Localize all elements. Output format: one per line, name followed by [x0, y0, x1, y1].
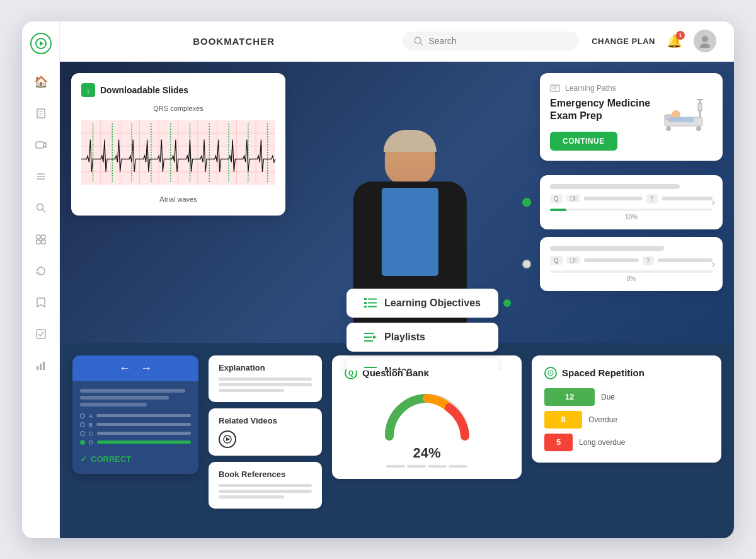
play-icon: [219, 430, 236, 448]
quiz-prev-button[interactable]: ←: [119, 362, 130, 375]
pl-icon: [364, 332, 377, 342]
pc2-progress-track: [550, 270, 713, 273]
overdue-bar: 8: [544, 411, 582, 429]
svg-rect-65: [364, 298, 367, 300]
learning-paths-icon: [550, 83, 560, 93]
change-plan-button[interactable]: CHANGE PLAN: [592, 37, 655, 46]
lp-header: Learning Paths: [550, 83, 713, 93]
sidebar-item-grid[interactable]: [32, 231, 50, 248]
checkmark-icon: ✓: [80, 454, 87, 464]
option-a-line: [96, 414, 191, 417]
sidebar-item-list[interactable]: [32, 168, 50, 185]
quiz-card: ← → A: [72, 355, 198, 474]
related-videos-card[interactable]: Related Videos: [209, 408, 322, 456]
gl3: [428, 465, 447, 468]
svg-rect-61: [570, 196, 574, 201]
pc2-icon-row: Q ?: [550, 256, 713, 265]
app-logo[interactable]: [30, 33, 52, 54]
teacher-hair: [384, 130, 437, 152]
svg-point-11: [37, 204, 43, 210]
pc2-video-icon: [566, 256, 580, 264]
ecg-chart: QRS complexes: [81, 105, 275, 205]
learning-paths-card: Learning Paths Emergency Medicine Exam P…: [540, 73, 723, 161]
sidebar-item-home[interactable]: 🏠: [32, 73, 50, 91]
explanation-card[interactable]: Explanation: [209, 355, 322, 402]
pc2-q2: ?: [643, 256, 654, 265]
quiz-options: A B C: [80, 413, 191, 446]
option-c-line: [97, 432, 192, 435]
pc1-video-icon: [566, 195, 580, 202]
book-references-lines: [219, 484, 312, 498]
continue-button[interactable]: CONTINUE: [550, 132, 617, 151]
quiz-option-b: B: [80, 422, 191, 428]
floating-menu-notes[interactable]: Notes: [346, 357, 498, 371]
due-bar: 12: [544, 388, 595, 406]
teacher-shirt: [382, 188, 438, 276]
sidebar-item-search[interactable]: [32, 199, 50, 217]
svg-rect-67: [364, 302, 367, 304]
slides-icon: ↓: [81, 83, 95, 97]
explanation-lines: [219, 377, 312, 392]
related-videos-content: [219, 430, 312, 448]
search-input[interactable]: [428, 36, 554, 46]
sidebar-item-check[interactable]: [32, 325, 50, 343]
ecg-label-atrial: Atrial waves: [81, 195, 275, 203]
spaced-repetition-card: Spaced Repetition 12 Due 8: [532, 355, 721, 463]
svg-point-57: [666, 126, 671, 131]
floating-menu-playlists[interactable]: Playlists: [346, 323, 498, 352]
explanation-title: Explanation: [219, 363, 312, 372]
svg-point-23: [702, 36, 708, 42]
option-d-line: [97, 441, 192, 444]
svg-rect-14: [42, 235, 45, 239]
sidebar-item-video[interactable]: [32, 136, 50, 154]
lo-icon: [364, 298, 377, 308]
hero-section: ↓ Downloadable Slides QRS complexes: [60, 62, 734, 371]
pc1-title-line: [550, 184, 680, 189]
floating-menu-learning-objectives[interactable]: Learning Objectives: [346, 289, 498, 318]
slides-card-title: ↓ Downloadable Slides: [81, 83, 275, 97]
svg-point-21: [415, 37, 421, 43]
rv-lines: [243, 437, 312, 441]
spaced-bar-due: 12 Due: [544, 388, 709, 406]
search-box[interactable]: [403, 32, 579, 50]
correct-label: ✓ CORRECT: [80, 452, 191, 466]
ecg-svg: [81, 115, 275, 190]
quiz-next-button[interactable]: →: [140, 362, 152, 375]
user-avatar[interactable]: [694, 30, 716, 52]
pc1-indicator: [522, 198, 531, 207]
progress-card-1[interactable]: Q ? 10% ›: [540, 175, 723, 229]
book-references-card[interactable]: Book References: [209, 462, 322, 509]
sidebar-item-bookmark[interactable]: [32, 294, 50, 311]
svg-rect-69: [364, 306, 367, 308]
main-content: BOOKMATCHER CHANGE PLAN 🔔 1: [60, 21, 734, 538]
sidebar-item-docs[interactable]: [32, 105, 50, 122]
app-wrapper: 🏠 BOOKMATCHER: [22, 21, 734, 538]
pc1-arrow: ›: [712, 197, 715, 208]
notification-bell[interactable]: 🔔 1: [667, 33, 682, 49]
notes-icon: [364, 366, 377, 371]
svg-rect-13: [37, 235, 40, 239]
quiz-option-a: A: [80, 413, 191, 419]
gl4: [449, 465, 467, 468]
sidebar-item-chart[interactable]: [32, 357, 50, 374]
spaced-icon: [544, 367, 557, 379]
progress-card-2[interactable]: Q ? 0% ›: [540, 237, 723, 291]
option-b-line: [96, 423, 191, 426]
spaced-bars: 12 Due 8 Overdue 5: [544, 388, 709, 451]
sidebar-item-refresh[interactable]: [32, 262, 50, 280]
notification-badge: 1: [676, 31, 685, 40]
pc1-q2: ?: [646, 194, 658, 204]
option-d-radio: [80, 440, 85, 445]
pc2-q-icon: Q: [550, 256, 563, 265]
related-videos-title: Related Videos: [219, 416, 312, 425]
gauge-svg: [380, 386, 474, 442]
option-a-radio: [80, 413, 85, 418]
svg-rect-16: [42, 240, 45, 244]
pc1-text-bar: [584, 197, 643, 200]
topbar: BOOKMATCHER CHANGE PLAN 🔔 1: [60, 21, 734, 62]
svg-rect-49: [551, 85, 559, 91]
brand-name: BOOKMATCHER: [77, 36, 390, 47]
topbar-right: CHANGE PLAN 🔔 1: [592, 30, 716, 52]
svg-rect-60: [668, 117, 694, 122]
option-b-radio: [80, 422, 85, 427]
